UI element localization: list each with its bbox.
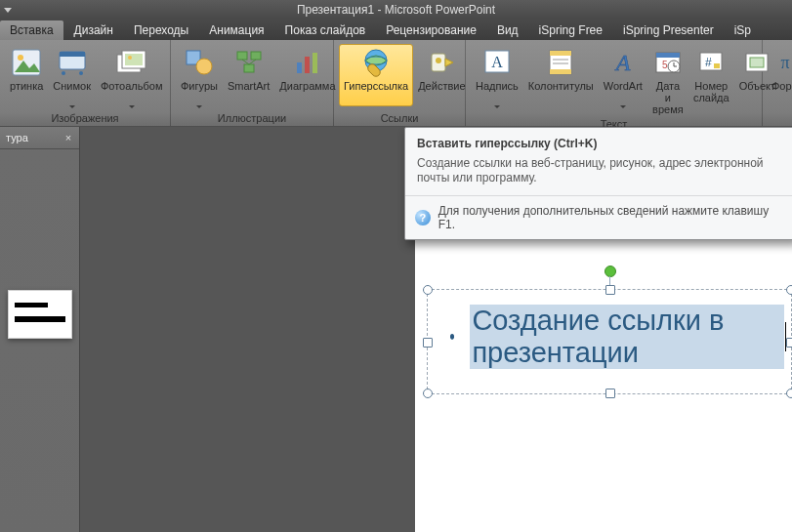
tab-ispring-more[interactable]: iSp [725,20,761,40]
work-area: тура × Вставить гиперссылку (Ctrl+K) Соз… [0,127,792,532]
equation-button[interactable]: π Форм [765,44,792,106]
group-text: A Надпись Колонтитулы A WordArt [466,40,763,126]
shapes-button[interactable]: Фигуры [176,44,223,111]
action-button[interactable]: Действие [413,44,470,106]
group-links-label: Ссылки [334,112,465,125]
svg-point-4 [62,71,65,75]
shapes-label: Фигуры [181,80,218,103]
group-links: Гиперссылка Действие Ссылки [334,40,466,126]
side-close-button[interactable]: × [62,131,75,144]
action-label: Действие [418,80,465,103]
chart-icon [292,47,323,78]
resize-handle-ml[interactable] [423,338,433,348]
svg-point-21 [436,58,441,63]
svg-point-11 [196,59,212,74]
resize-handle-tm[interactable] [605,285,615,295]
headerfooter-button[interactable]: Колонтитулы [523,44,599,106]
svg-rect-13 [251,52,261,60]
resize-handle-tr[interactable] [786,285,792,295]
picture-icon [11,47,42,78]
svg-text:π: π [780,53,789,72]
resize-handle-br[interactable] [786,389,792,398]
help-icon: ? [415,210,431,225]
resize-handle-mr[interactable] [786,338,792,348]
svg-text:#: # [705,56,712,69]
picture-label: ртинка [10,80,43,103]
svg-text:A: A [491,54,503,70]
svg-rect-17 [313,53,317,73]
qat-dropdown[interactable] [0,0,16,20]
action-icon [426,47,457,78]
svg-rect-31 [656,53,680,58]
photoalbum-button[interactable]: Фотоальбом [96,44,168,111]
svg-rect-15 [297,62,302,73]
shapes-icon [184,47,215,78]
group-illustrations: Фигуры SmartArt Диаграмма Иллюстрации [171,40,334,126]
screenshot-label: Снимок [53,80,91,103]
tab-animations[interactable]: Анимация [199,20,273,40]
hyperlink-tooltip: Вставить гиперссылку (Ctrl+K) Создание с… [404,127,792,240]
bullet-icon [450,334,454,340]
resize-handle-bm[interactable] [605,389,615,398]
datetime-label: Дата и время [652,80,684,115]
headerfooter-icon [545,47,576,78]
outline-tab[interactable]: тура [0,130,34,145]
tab-transitions[interactable]: Переходы [124,20,198,40]
wordart-icon: A [607,47,639,78]
chart-label: Диаграмма [279,80,335,103]
slidenumber-label: Номер слайда [693,80,729,103]
side-panel: тура × [0,127,80,532]
rotate-handle[interactable] [604,266,616,277]
tab-ispring-free[interactable]: iSpring Free [529,20,612,40]
resize-handle-tl[interactable] [423,285,433,295]
equation-label: Форм [771,80,792,103]
svg-point-9 [128,56,132,60]
smartart-button[interactable]: SmartArt [223,44,274,106]
slidenumber-icon: # [695,47,727,78]
svg-rect-36 [714,63,720,68]
tooltip-body: Создание ссылки на веб-страницу, рисунок… [405,154,792,195]
resize-handle-bl[interactable] [423,389,433,398]
svg-point-5 [79,71,83,75]
content-placeholder[interactable]: Создание ссылки в презентации [427,289,792,394]
tab-review[interactable]: Рецензирование [376,20,486,40]
tooltip-title: Вставить гиперссылку (Ctrl+K) [405,128,792,154]
hyperlink-icon [360,47,392,78]
chart-button[interactable]: Диаграмма [274,44,340,106]
group-illustrations-label: Иллюстрации [171,112,333,125]
tab-slideshow[interactable]: Показ слайдов [275,20,376,40]
picture-button[interactable]: ртинка [5,44,48,106]
hyperlink-button[interactable]: Гиперссылка [339,44,413,106]
svg-rect-8 [125,54,143,65]
group-symbols-cut: π Форм [763,40,792,126]
screenshot-button[interactable]: Снимок [48,44,96,111]
tab-insert[interactable]: Вставка [0,20,63,40]
ribbon: ртинка Снимок Фотоальбом Изображения [0,40,792,127]
slidenumber-button[interactable]: # Номер слайда [688,44,734,106]
screenshot-icon [57,47,88,78]
slide-thumbnail-1[interactable] [8,290,72,339]
tab-view[interactable]: Вид [487,20,528,40]
svg-text:A: A [613,50,630,75]
smartart-icon [233,47,265,78]
svg-rect-26 [550,69,571,74]
wordart-button[interactable]: A WordArt [599,44,647,111]
tooltip-footer: ? Для получения дополнительных сведений … [405,195,792,239]
group-images: ртинка Снимок Фотоальбом Изображения [0,40,171,126]
textbox-label: Надпись [476,80,519,103]
headerfooter-label: Колонтитулы [528,80,594,103]
svg-rect-16 [305,57,310,73]
text-caret [785,322,786,351]
svg-rect-14 [244,64,254,72]
textbox-button[interactable]: A Надпись [471,44,523,111]
slide-canvas: Вставить гиперссылку (Ctrl+K) Создание с… [80,127,792,532]
bullet-text[interactable]: Создание ссылки в презентации [470,305,784,369]
tooltip-footer-text: Для получения дополнительных сведений на… [438,204,783,231]
ribbon-tabs: Вставка Дизайн Переходы Анимация Показ с… [0,20,792,40]
tab-ispring-presenter[interactable]: iSpring Presenter [613,20,724,40]
svg-rect-3 [60,52,85,57]
photoalbum-label: Фотоальбом [101,80,163,103]
tab-design[interactable]: Дизайн [64,20,123,40]
datetime-button[interactable]: 5 Дата и время [647,44,688,118]
group-images-label: Изображения [0,112,170,125]
